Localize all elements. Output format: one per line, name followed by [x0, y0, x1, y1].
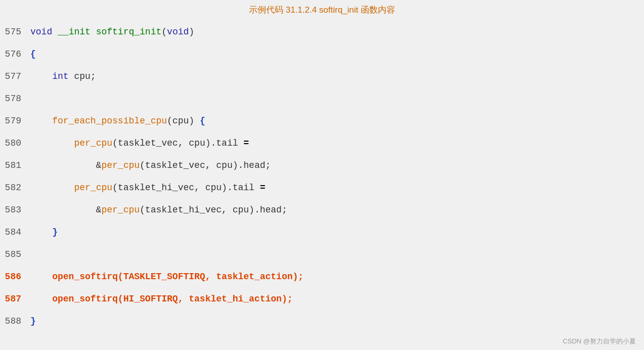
token-plain: (cpu): [167, 116, 200, 126]
line-number: 581: [0, 154, 30, 177]
token-op: =: [260, 183, 266, 193]
token-kw-special: per_cpu: [74, 183, 112, 193]
token-brace: }: [52, 227, 58, 237]
token-kw-special: per_cpu: [101, 160, 140, 170]
code-line: 586 open_softirq(TASKLET_SOFTIRQ, taskle…: [0, 266, 644, 288]
line-content: void __init softirq_init(void): [30, 21, 644, 43]
token-plain: ): [189, 27, 194, 37]
token-func-call: softirq_init: [96, 27, 162, 37]
token-plain: (tasklet_vec, cpu).head;: [140, 160, 271, 170]
token-plain: [30, 227, 52, 237]
line-number: 584: [0, 221, 30, 243]
token-plain: cpu;: [69, 71, 96, 81]
line-number: 582: [0, 177, 30, 199]
token-kw-type: void: [30, 27, 52, 37]
line-number: 585: [0, 243, 30, 266]
line-number: 583: [0, 199, 30, 221]
token-plain: [91, 27, 96, 37]
code-line: 580 per_cpu(tasklet_vec, cpu).tail =: [0, 132, 644, 154]
code-line: 587 open_softirq(HI_SOFTIRQ, tasklet_hi_…: [0, 288, 644, 310]
line-number: 579: [0, 110, 30, 132]
line-number: 577: [0, 65, 30, 88]
token-plain: (tasklet_hi_vec, cpu).tail: [112, 183, 260, 193]
line-content: open_softirq(TASKLET_SOFTIRQ, tasklet_ac…: [30, 266, 644, 288]
code-line: 579 for_each_possible_cpu(cpu) {: [0, 110, 644, 132]
token-plain: [30, 138, 74, 148]
code-line: 582 per_cpu(tasklet_hi_vec, cpu).tail =: [0, 177, 644, 199]
line-content: }: [30, 221, 644, 243]
line-number: 586: [0, 266, 30, 288]
line-number: 576: [0, 43, 30, 65]
token-kw-special: per_cpu: [101, 205, 140, 215]
line-content: &per_cpu(tasklet_vec, cpu).head;: [30, 154, 644, 177]
code-area: 575void __init softirq_init(void)576{577…: [0, 21, 644, 332]
token-plain: &: [30, 205, 101, 215]
line-content: &per_cpu(tasklet_hi_vec, cpu).head;: [30, 199, 644, 221]
token-plain: [52, 27, 58, 37]
line-number: 575: [0, 21, 30, 43]
line-number: 588: [0, 310, 30, 332]
code-line: 584 }: [0, 221, 644, 243]
line-content: open_softirq(HI_SOFTIRQ, tasklet_hi_acti…: [30, 288, 644, 310]
token-plain: (tasklet_hi_vec, cpu).head;: [140, 205, 287, 215]
code-line: 581 &per_cpu(tasklet_vec, cpu).head;: [0, 154, 644, 177]
token-op: =: [243, 138, 249, 148]
code-line: 575void __init softirq_init(void): [0, 21, 644, 43]
token-plain: [30, 116, 52, 126]
line-content: }: [30, 310, 644, 332]
line-number: 580: [0, 132, 30, 154]
code-line: 583 &per_cpu(tasklet_hi_vec, cpu).head;: [0, 199, 644, 221]
line-content: per_cpu(tasklet_hi_vec, cpu).tail =: [30, 177, 644, 199]
line-content: per_cpu(tasklet_vec, cpu).tail =: [30, 132, 644, 154]
token-brace: {: [30, 49, 36, 59]
line-content: for_each_possible_cpu(cpu) {: [30, 110, 644, 132]
token-brace: {: [200, 116, 205, 126]
token-plain: [30, 183, 74, 193]
line-content: {: [30, 43, 644, 65]
code-line: 578: [0, 88, 644, 110]
code-container: 示例代码 31.1.2.4 softirq_init 函数内容 575void …: [0, 0, 644, 350]
token-kw-special: per_cpu: [74, 138, 112, 148]
token-plain: (: [161, 27, 167, 37]
token-kw-type: void: [167, 27, 189, 37]
code-title: 示例代码 31.1.2.4 softirq_init 函数内容: [0, 0, 644, 21]
code-line: 588}: [0, 310, 644, 332]
line-number: 578: [0, 88, 30, 110]
code-line: 576{: [0, 43, 644, 65]
token-plain: [30, 71, 52, 81]
code-line: 585: [0, 243, 644, 266]
token-plain: &: [30, 160, 101, 170]
line-number: 587: [0, 288, 30, 310]
code-line: 577 int cpu;: [0, 65, 644, 88]
token-plain: (tasklet_vec, cpu).tail: [112, 138, 243, 148]
token-kw-type: int: [52, 71, 68, 81]
watermark: CSDN @努力自学的小夏: [563, 337, 636, 346]
token-brace: }: [30, 316, 36, 326]
token-kw-special: for_each_possible_cpu: [52, 116, 167, 126]
token-kw-func: __init: [58, 27, 91, 37]
line-content: int cpu;: [30, 65, 644, 88]
